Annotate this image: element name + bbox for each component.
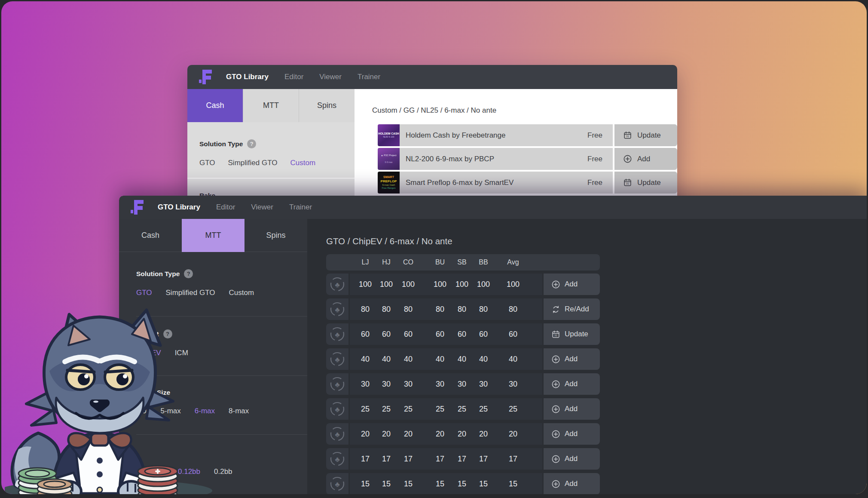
stack-values: 17171717171717 xyxy=(350,448,542,470)
option-0-12bb[interactable]: 0.12bb xyxy=(178,467,200,476)
row-action-button-add[interactable]: Add xyxy=(544,373,600,395)
pack-action-button-add[interactable]: Add xyxy=(614,148,677,170)
option-custom[interactable]: Custom xyxy=(290,159,315,167)
option-gto[interactable]: GTO xyxy=(199,159,215,167)
option-5-max[interactable]: 5-max xyxy=(161,407,181,415)
option-simplified-gto[interactable]: Simplified GTO xyxy=(228,159,278,167)
option-icm[interactable]: ICM xyxy=(175,349,188,357)
row-action-button-add[interactable]: Add xyxy=(544,274,600,295)
help-icon[interactable]: ? xyxy=(184,269,193,278)
stack-value: 25 xyxy=(404,405,413,414)
stack-value: 100 xyxy=(434,280,446,289)
nav-item-editor[interactable]: Editor xyxy=(284,73,303,81)
option-simplified-gto[interactable]: Simplified GTO xyxy=(166,289,215,297)
row-action-button-add[interactable]: Add xyxy=(544,473,600,494)
tab-mtt[interactable]: MTT xyxy=(182,219,245,252)
back-main-nav: GTO LibraryEditorViewerTrainer xyxy=(226,73,396,81)
size-label: Size xyxy=(157,389,170,397)
nav-item-viewer[interactable]: Viewer xyxy=(251,203,273,212)
stack-value: 60 xyxy=(436,330,444,339)
row-action-label: Re/Add xyxy=(565,305,589,314)
svg-text:31: 31 xyxy=(626,182,629,185)
option-custom[interactable]: Custom xyxy=(229,289,254,297)
row-action-button-add[interactable]: Add xyxy=(544,423,600,445)
stack-value: 15 xyxy=(382,480,391,489)
stack-row: ♣15151515151515Add xyxy=(326,473,600,494)
plus-circle-icon xyxy=(551,405,560,414)
row-action-button-add[interactable]: Add xyxy=(544,398,600,420)
tab-spins[interactable]: Spins xyxy=(245,219,307,252)
stack-value: 20 xyxy=(382,430,391,439)
stack-value: 20 xyxy=(509,430,517,439)
row-action-button-update[interactable]: 31Update xyxy=(544,323,600,345)
nav-item-trainer[interactable]: Trainer xyxy=(289,203,312,212)
pack-row-main[interactable]: ▲ P2C Project6-9 maxNL2-200 6-9-max by P… xyxy=(378,148,613,170)
plus-circle-icon xyxy=(551,380,560,389)
front-left-panel: CashMTTSpins Solution Type ? GTOSimplifi… xyxy=(119,219,307,494)
stack-value: 15 xyxy=(509,480,517,489)
pack-title: Smart Preflop 6-max by SmartEV xyxy=(406,178,513,187)
svg-text:♣: ♣ xyxy=(335,306,339,314)
tab-cash[interactable]: Cash xyxy=(119,219,182,252)
pack-action-label: Update xyxy=(637,131,661,140)
pack-action-button-update[interactable]: 31Update xyxy=(614,172,677,194)
stack-value: 15 xyxy=(458,480,466,489)
pack-row-main[interactable]: SMARTPREFLOP6-max CashFree RangesSmart P… xyxy=(378,172,613,194)
row-action-button-re-add[interactable]: Re/Add xyxy=(544,298,600,320)
row-action-label: Add xyxy=(565,380,578,388)
stack-row: ♣17171717171717Add xyxy=(326,448,600,470)
freebetrange-logo-icon[interactable] xyxy=(199,69,212,85)
option-6-max[interactable]: 6-max xyxy=(195,407,215,415)
stack-values: 25252525252525 xyxy=(350,398,542,420)
row-action-label: Add xyxy=(565,455,578,463)
nav-item-gto-library[interactable]: GTO Library xyxy=(158,203,200,212)
stack-value: 30 xyxy=(382,380,391,389)
pack-action-button-update[interactable]: 31Update xyxy=(614,124,677,146)
stack-value: 17 xyxy=(479,455,488,464)
row-action-label: Add xyxy=(565,480,578,488)
row-action-button-add[interactable]: Add xyxy=(544,448,600,470)
option-gto[interactable]: GTO xyxy=(136,289,152,297)
plus-circle-icon xyxy=(551,280,560,289)
help-icon[interactable]: ? xyxy=(247,139,256,148)
nav-item-viewer[interactable]: Viewer xyxy=(319,73,342,81)
column-header-bb: BB xyxy=(479,258,488,266)
option-chipev[interactable]: ChipEV xyxy=(136,349,161,357)
column-header-avg: Avg xyxy=(507,258,519,266)
club-icon: ♣ xyxy=(326,473,348,494)
stack-value: 60 xyxy=(382,330,391,339)
option-0-2bb[interactable]: 0.2bb xyxy=(214,467,232,476)
freebetrange-logo-icon[interactable] xyxy=(130,200,144,215)
stack-value: 80 xyxy=(382,305,391,314)
option-8-max[interactable]: 8-max xyxy=(229,407,249,415)
pack-row-main[interactable]: HOLDEM CASHNL50 6-100Holdem Cash by Free… xyxy=(378,124,613,146)
plus-circle-icon xyxy=(551,280,560,289)
stack-row: ♣25252525252525Add xyxy=(326,398,600,420)
option-hu[interactable]: HU xyxy=(136,407,147,415)
stack-value: 30 xyxy=(458,380,466,389)
plus-circle-icon xyxy=(623,154,632,163)
tab-mtt[interactable]: MTT xyxy=(243,89,299,122)
nav-item-editor[interactable]: Editor xyxy=(216,203,235,212)
stack-value: 25 xyxy=(509,405,517,414)
row-action-button-add[interactable]: Add xyxy=(544,348,600,370)
tab-cash[interactable]: Cash xyxy=(187,89,243,122)
stack-row: ♣20202020202020Add xyxy=(326,423,600,445)
help-icon[interactable]: ? xyxy=(163,329,172,338)
back-window-top-nav: GTO LibraryEditorViewerTrainer xyxy=(187,65,677,89)
pack-row: HOLDEM CASHNL50 6-100Holdem Cash by Free… xyxy=(378,124,677,146)
pack-thumbnail-text: SMART xyxy=(383,175,394,179)
tab-spins[interactable]: Spins xyxy=(299,89,355,122)
stack-value: 60 xyxy=(404,330,413,339)
svg-text:♣: ♣ xyxy=(335,406,339,414)
plus-circle-icon xyxy=(623,154,632,163)
nav-item-gto-library[interactable]: GTO Library xyxy=(226,73,269,81)
stack-value: 60 xyxy=(509,330,517,339)
pack-price-badge: Free xyxy=(587,131,602,140)
rake-options: 0.12bb0.2bb xyxy=(178,467,307,476)
stack-value: 100 xyxy=(507,280,520,289)
stack-value: 30 xyxy=(404,380,413,389)
nav-item-trainer[interactable]: Trainer xyxy=(358,73,380,81)
desktop-gradient-background: GTO LibraryEditorViewerTrainer CashMTTSp… xyxy=(1,1,867,494)
stack-values: 15151515151515 xyxy=(350,473,542,494)
